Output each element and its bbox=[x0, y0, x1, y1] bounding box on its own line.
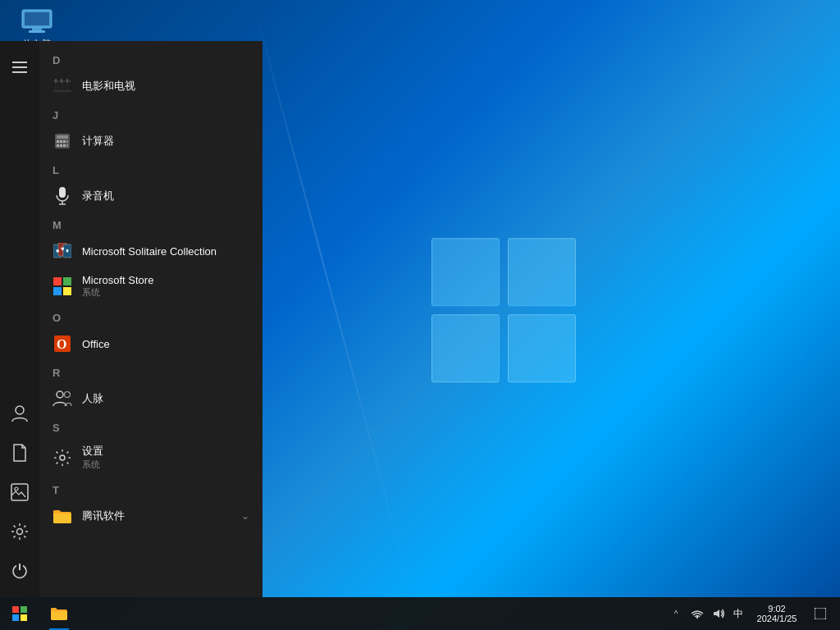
desktop: 此电脑 bbox=[0, 0, 840, 630]
settings-info: 设置 系统 bbox=[82, 444, 103, 471]
solitaire-icon: ♠ ♥ ♦ bbox=[52, 241, 72, 261]
svg-rect-25 bbox=[66, 79, 68, 83]
app-item-movies[interactable]: 电影和电视 bbox=[39, 70, 262, 103]
notification-button[interactable] bbox=[807, 597, 833, 630]
app-list: D 电影和电视 bbox=[39, 41, 262, 597]
hamburger-button[interactable] bbox=[0, 48, 39, 87]
windows-logo bbox=[428, 235, 580, 390]
svg-rect-2 bbox=[432, 315, 500, 382]
movies-icon bbox=[52, 76, 72, 96]
svg-rect-19 bbox=[60, 81, 65, 91]
recorder-icon bbox=[52, 186, 72, 206]
section-header-d: D bbox=[39, 48, 262, 70]
svg-rect-58 bbox=[815, 608, 826, 619]
svg-rect-7 bbox=[25, 12, 49, 25]
calculator-icon bbox=[52, 131, 72, 151]
svg-text:O: O bbox=[57, 337, 66, 351]
store-label: Microsoft Store bbox=[82, 274, 153, 286]
svg-rect-35 bbox=[66, 144, 68, 147]
app-item-recorder[interactable]: 录音机 bbox=[39, 180, 262, 212]
svg-rect-48 bbox=[63, 287, 71, 295]
section-header-l: L bbox=[39, 158, 262, 180]
svg-rect-31 bbox=[66, 140, 68, 143]
svg-rect-56 bbox=[12, 614, 19, 621]
app-item-tencent[interactable]: 腾讯软件 ⌄ bbox=[39, 500, 262, 532]
sidebar-settings-icon[interactable] bbox=[0, 512, 39, 551]
svg-point-15 bbox=[15, 487, 18, 491]
start-sidebar bbox=[0, 41, 39, 597]
people-icon bbox=[52, 389, 72, 409]
tencent-label: 腾讯软件 bbox=[82, 509, 125, 523]
app-item-calculator[interactable]: 计算器 bbox=[39, 125, 262, 158]
svg-text:♦: ♦ bbox=[66, 247, 69, 254]
tray-network[interactable] bbox=[687, 597, 707, 630]
svg-rect-27 bbox=[57, 135, 68, 139]
svg-rect-23 bbox=[55, 79, 57, 83]
this-pc-icon bbox=[21, 8, 53, 34]
svg-point-53 bbox=[60, 455, 65, 460]
sidebar-bottom-icons bbox=[0, 394, 39, 591]
app-item-solitaire[interactable]: ♠ ♥ ♦ Microsoft Solitaire Collection bbox=[39, 235, 262, 267]
sidebar-photos-icon[interactable] bbox=[0, 472, 39, 512]
svg-rect-45 bbox=[53, 277, 62, 285]
svg-rect-14 bbox=[11, 484, 28, 500]
tray-date: 2024/1/25 bbox=[757, 614, 797, 623]
tray-clock[interactable]: 9:02 2024/1/25 bbox=[748, 597, 806, 630]
solitaire-label: Microsoft Solitaire Collection bbox=[82, 245, 217, 258]
svg-text:♥: ♥ bbox=[61, 245, 65, 253]
svg-point-16 bbox=[17, 529, 23, 535]
svg-rect-54 bbox=[12, 606, 19, 613]
app-item-people[interactable]: 人脉 bbox=[39, 382, 262, 415]
tray-language[interactable]: 中 bbox=[730, 597, 746, 630]
svg-point-51 bbox=[57, 391, 63, 398]
svg-rect-57 bbox=[21, 614, 27, 621]
svg-rect-9 bbox=[29, 30, 45, 33]
section-header-o: O bbox=[39, 305, 262, 327]
section-header-j: J bbox=[39, 103, 262, 125]
svg-rect-47 bbox=[53, 287, 62, 295]
svg-rect-55 bbox=[21, 606, 27, 613]
settings-label: 设置 bbox=[82, 444, 103, 459]
svg-rect-18 bbox=[54, 81, 59, 91]
tray-volume[interactable] bbox=[709, 597, 728, 630]
section-header-s: S bbox=[39, 415, 262, 437]
taskbar: ^ 中 9:02 2024/1/25 bbox=[0, 597, 840, 630]
app-item-office[interactable]: O Office bbox=[39, 327, 262, 360]
taskbar-file-explorer[interactable] bbox=[39, 597, 79, 630]
svg-rect-30 bbox=[63, 140, 66, 143]
app-item-settings[interactable]: 设置 系统 bbox=[39, 437, 262, 477]
sidebar-user-icon[interactable] bbox=[0, 394, 39, 433]
svg-rect-24 bbox=[61, 79, 62, 83]
store-sub: 系统 bbox=[82, 286, 153, 299]
svg-rect-10 bbox=[12, 62, 27, 63]
start-button[interactable] bbox=[0, 597, 39, 630]
section-header-r: R bbox=[39, 360, 262, 382]
settings-icon bbox=[52, 448, 72, 468]
office-icon: O bbox=[52, 334, 72, 354]
tray-chevron[interactable]: ^ bbox=[666, 597, 686, 630]
app-item-store[interactable]: Microsoft Store 系统 bbox=[39, 267, 262, 305]
office-label: Office bbox=[82, 338, 110, 350]
movies-label: 电影和电视 bbox=[82, 79, 135, 94]
store-icon bbox=[52, 276, 72, 296]
expand-icon: ⌄ bbox=[241, 510, 249, 522]
system-tray: ^ 中 9:02 2024/1/25 bbox=[660, 597, 840, 630]
start-menu: D 电影和电视 bbox=[0, 41, 262, 597]
sidebar-document-icon[interactable] bbox=[0, 433, 39, 472]
svg-rect-1 bbox=[509, 239, 576, 306]
svg-rect-0 bbox=[432, 239, 500, 306]
svg-rect-12 bbox=[12, 71, 27, 73]
svg-rect-20 bbox=[66, 81, 71, 91]
svg-rect-29 bbox=[60, 140, 62, 143]
svg-rect-11 bbox=[12, 66, 27, 68]
section-header-m: M bbox=[39, 212, 262, 235]
svg-rect-33 bbox=[60, 144, 62, 147]
settings-sub: 系统 bbox=[82, 459, 103, 471]
sidebar-power-icon[interactable] bbox=[0, 551, 39, 591]
recorder-label: 录音机 bbox=[82, 189, 114, 203]
people-label: 人脉 bbox=[82, 391, 103, 406]
svg-point-13 bbox=[16, 406, 24, 414]
svg-rect-32 bbox=[57, 144, 59, 147]
svg-rect-46 bbox=[63, 277, 71, 285]
section-header-t: T bbox=[39, 477, 262, 500]
